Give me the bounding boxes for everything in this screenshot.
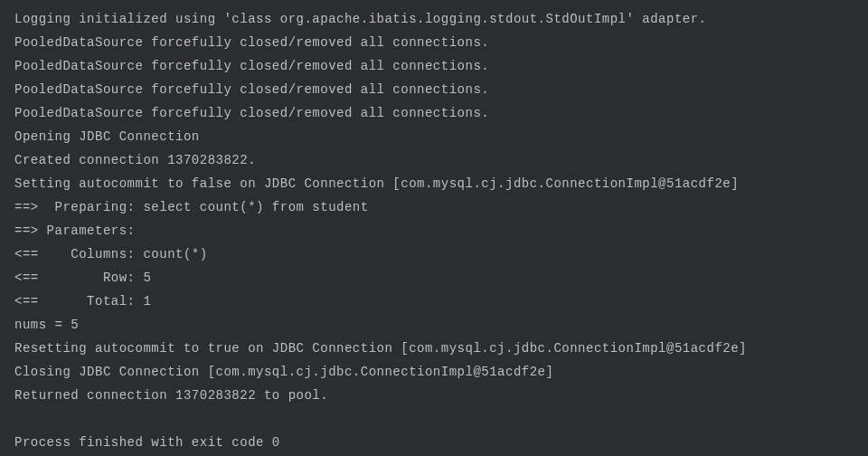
log-line: ==> Parameters: <box>14 219 854 242</box>
log-line: Logging initialized using 'class org.apa… <box>14 7 854 31</box>
log-line: PooledDataSource forcefully closed/remov… <box>14 54 854 78</box>
log-line: Setting autocommit to false on JDBC Conn… <box>14 172 854 195</box>
log-line: Closing JDBC Connection [com.mysql.cj.jd… <box>14 360 854 384</box>
log-line: ==> Preparing: select count(*) from stud… <box>14 195 854 219</box>
log-line: PooledDataSource forcefully closed/remov… <box>14 101 854 125</box>
log-line: PooledDataSource forcefully closed/remov… <box>14 78 854 101</box>
console-output: Logging initialized using 'class org.apa… <box>14 7 854 454</box>
log-line: Returned connection 1370283822 to pool. <box>14 384 854 407</box>
log-line: nums = 5 <box>14 313 854 337</box>
log-line: Created connection 1370283822. <box>14 148 854 172</box>
blank-line <box>14 407 854 431</box>
log-line: <== Row: 5 <box>14 266 854 290</box>
log-line: <== Total: 1 <box>14 290 854 313</box>
log-line: Opening JDBC Connection <box>14 125 854 148</box>
log-line: Resetting autocommit to true on JDBC Con… <box>14 337 854 360</box>
log-line: PooledDataSource forcefully closed/remov… <box>14 31 854 54</box>
exit-code-line: Process finished with exit code 0 <box>14 431 854 454</box>
log-line: <== Columns: count(*) <box>14 242 854 266</box>
